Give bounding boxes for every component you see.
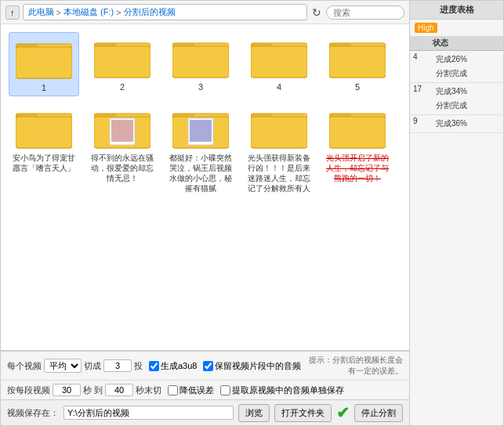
path-sep-2: > [116, 8, 121, 17]
folder-icon-6 [16, 106, 72, 151]
folder-icon-1 [16, 36, 72, 81]
sheng-label: 生成a3u8 [161, 360, 197, 372]
folder-icon-8 [172, 106, 229, 151]
svg-rect-11 [251, 46, 307, 78]
table-header: 状态 [410, 36, 503, 51]
folder-label-10: 光头强开启了新的人生，却忘记了与熊跑的一切！ [325, 153, 390, 183]
svg-rect-30 [251, 117, 307, 148]
save-label: 视频保存在： [7, 407, 59, 419]
col1-header [410, 36, 430, 50]
folder-label-2: 2 [120, 82, 125, 92]
table-row: 17 完成34% 分割完成 [410, 83, 503, 115]
folder-icon-7 [94, 106, 150, 151]
extract-audio-checkbox[interactable] [220, 385, 230, 395]
to-label: 秒 到 [83, 384, 103, 396]
refresh-button[interactable]: ↻ [310, 5, 323, 20]
cut-input[interactable] [103, 359, 132, 372]
folder-icon-5 [329, 35, 386, 81]
path-part-2[interactable]: 本地磁盘 (F:) [63, 6, 114, 18]
search-input[interactable] [326, 5, 404, 20]
row-id: 9 [410, 115, 430, 132]
folder-label-4: 4 [277, 82, 281, 92]
folder-item-3[interactable]: 3 [165, 32, 236, 96]
folder-icon-3 [172, 35, 229, 81]
right-table: 状态 4 完成26% 分割完成 17 完成34% 分割完成 9 完成36% [410, 36, 503, 133]
svg-rect-17 [16, 117, 72, 148]
row-status: 完成34% 分割完成 [430, 83, 503, 114]
col2-header: 状态 [430, 36, 503, 50]
folder-label-8: 都挺好：小碟突然哭泣，锅王后视频水做的小心思，秘摧有猫腻 [169, 153, 233, 193]
folder-icon-9 [251, 106, 307, 151]
folder-item-5[interactable]: 5 [322, 32, 393, 96]
folder-item-2[interactable]: 2 [87, 32, 158, 96]
folder-item-10[interactable]: 光头强开启了新的人生，却忘记了与熊跑的一切！ [322, 103, 393, 197]
seconds-input1[interactable] [53, 384, 81, 396]
folder-icon-10 [329, 106, 386, 151]
svg-rect-22 [111, 120, 133, 142]
svg-rect-5 [94, 46, 150, 78]
svg-rect-8 [172, 46, 229, 78]
folder-label-3: 3 [198, 82, 203, 92]
back-button[interactable]: ↑ [5, 5, 20, 20]
path-part-1[interactable]: 此电脑 [28, 6, 54, 18]
folder-icon-2 [94, 35, 150, 81]
per-video-label: 每个视频 [7, 360, 42, 372]
extract-audio-item: 提取原视频中的音频单独保存 [220, 384, 344, 396]
folder-item-8[interactable]: 都挺好：小碟突然哭泣，锅王后视频水做的小心思，秘摧有猫腻 [165, 103, 236, 197]
address-path: 此电脑 > 本地磁盘 (F:) > 分割后的视频 [23, 4, 308, 20]
folder-item-6[interactable]: 安小鸟为了得宠甘愿言「嗜言天人」 [9, 103, 79, 197]
table-row: 4 完成26% 分割完成 [410, 51, 503, 83]
row-id: 4 [410, 51, 430, 82]
path-sep-1: > [56, 8, 61, 17]
folder-icon-4 [251, 35, 307, 81]
cut-label: 切成 [84, 360, 101, 372]
folder-label-9: 光头强获得新装备行凶！！！是后来迷路迷人生，却忘记了分解救所有人 [247, 153, 311, 193]
folders-row1: 1 2 3 4 5 [9, 32, 401, 96]
path-part-3[interactable]: 分割后的视频 [124, 6, 176, 18]
stop-button[interactable]: 停止分割 [354, 404, 403, 422]
folder-item-1[interactable]: 1 [9, 32, 79, 96]
row-status: 完成36% [430, 115, 503, 132]
table-row: 9 完成36% [410, 115, 503, 133]
main-container: ↑ 此电脑 > 本地磁盘 (F:) > 分割后的视频 ↻ 1 [0, 0, 504, 426]
browse-button[interactable]: 浏览 [238, 404, 270, 422]
sheng-checkbox[interactable] [149, 361, 159, 371]
reduce-diff-checkbox[interactable] [168, 385, 178, 395]
unit-label: 投 [134, 360, 143, 372]
row-status: 完成26% 分割完成 [430, 51, 503, 82]
per-segment-item: 按每段视频 秒 到 秒末切 [7, 384, 161, 396]
folder-item-7[interactable]: 得不到的永远在骚动，很爱爱的却忘情无忌！ [87, 103, 158, 197]
open-folder-button[interactable]: 打开文件夹 [274, 404, 332, 422]
toolbar-row1: 每个视频 平均 切成 投 生成a3u8 保留视频片段中的音频 提示：分割后的视频 [1, 352, 409, 381]
svg-rect-14 [329, 46, 386, 78]
address-bar: ↑ 此电脑 > 本地磁盘 (F:) > 分割后的视频 ↻ [1, 1, 409, 24]
reduce-diff-item: 降低误差 [168, 384, 214, 396]
bottom-panel: 每个视频 平均 切成 投 生成a3u8 保留视频片段中的音频 提示：分割后的视频 [1, 350, 409, 425]
folder-label-7: 得不到的永远在骚动，很爱爱的却忘情无忌！ [90, 153, 154, 183]
avg-select[interactable]: 平均 [44, 359, 82, 373]
seconds-input2[interactable] [105, 384, 133, 396]
save-audio-checkbox[interactable] [203, 361, 213, 371]
high-label: High [415, 23, 437, 33]
sheng-checkbox-item: 生成a3u8 [149, 360, 197, 372]
svg-rect-27 [190, 120, 212, 142]
reduce-diff-label: 降低误差 [179, 384, 214, 396]
folders-row2: 安小鸟为了得宠甘愿言「嗜言天人」 得不到的永远在骚动，很爱爱的却忘情无忌！ 都挺… [9, 103, 401, 197]
extract-audio-label: 提取原视频中的音频单独保存 [232, 384, 344, 396]
folder-item-9[interactable]: 光头强获得新装备行凶！！！是后来迷路迷人生，却忘记了分解救所有人 [244, 103, 314, 197]
svg-rect-33 [329, 117, 386, 148]
file-area: 1 2 3 4 5 [1, 24, 409, 350]
save-audio-checkbox-item: 保留视频片段中的音频 [203, 360, 301, 372]
check-icon: ✔ [336, 403, 350, 422]
file-explorer: ↑ 此电脑 > 本地磁盘 (F:) > 分割后的视频 ↻ 1 [0, 0, 410, 426]
per-video-item: 每个视频 平均 切成 投 [7, 359, 143, 373]
hint-text: 提示：分割后的视频长度会有一定的误差。 [307, 355, 403, 377]
right-panel: 进度表格 High 状态 4 完成26% 分割完成 17 完成34% 分割完成 … [410, 0, 504, 426]
save-path-input[interactable] [63, 406, 234, 420]
per-video-label2: 按每段视频 [7, 384, 50, 396]
svg-rect-2 [16, 47, 72, 78]
folder-item-4[interactable]: 4 [244, 32, 314, 96]
right-panel-header: 进度表格 [410, 1, 503, 20]
save-audio-label: 保留视频片段中的音频 [215, 360, 301, 372]
unit2-label: 秒末切 [136, 384, 161, 396]
